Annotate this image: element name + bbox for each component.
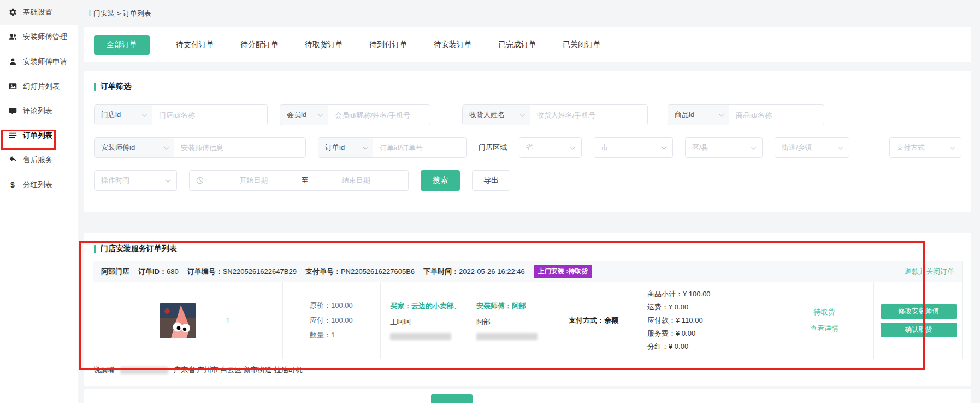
tab-pending-assign[interactable]: 待分配订单 [240,40,279,50]
user-icon [8,57,17,66]
receiver-name-select[interactable]: 收货人姓名 [463,105,530,125]
city-select[interactable]: 市 [594,137,673,158]
tab-all-orders[interactable]: 全部订单 [94,35,150,55]
product-id-select[interactable]: 商品id [668,105,729,125]
order-cell-price: 原价：100.00 应付：100.00 数量：1 [282,282,380,359]
redacted-address-phone [120,367,168,374]
sidebar-item-installer-apply[interactable]: 安装师傅申请 [0,49,78,74]
district-select[interactable]: 区/县 [685,137,763,158]
amount-service-fee: 服务费：¥ 0.00 [647,329,775,338]
filter-panel: 订单筛选 门店id 会员id 收货人姓名 商品id [84,71,971,212]
price-payable: 应付：100.00 [310,316,380,325]
order-table: 1 原价：100.00 应付：100.00 数量：1 买家：云边的小卖部、 王呵… [93,282,962,359]
amount-dividend: 分红：¥ 0.00 [647,342,775,352]
sidebar-item-comments[interactable]: 评论列表 [0,98,78,123]
breadcrumb-separator: > [117,9,121,17]
export-button[interactable]: 导出 [472,170,510,191]
chevron-down-icon [164,144,169,149]
clock-icon [196,177,204,184]
filter-title: 订单筛选 [84,71,971,91]
order-list-title-text: 门店安装服务订单列表 [101,244,177,254]
order-cell-product: 1 [93,282,282,359]
tab-pending-cod[interactable]: 待到付订单 [369,40,408,50]
installer-info-input[interactable] [174,138,305,157]
sidebar-item-label: 基础设置 [23,8,52,17]
chevron-down-icon [363,144,368,149]
address-text: 广东省 广州市 白云区 新市街道 拉油司机 [174,365,302,375]
store-id-input[interactable] [152,105,267,125]
tab-pending-pickup[interactable]: 待取货订单 [305,40,343,50]
region-label: 门店区域 [479,143,507,153]
sidebar-item-dividend[interactable]: $ 分红列表 [0,172,78,197]
bottom-partial-button[interactable] [431,394,473,403]
pay-method-select[interactable]: 支付方式 [889,137,961,158]
filter-installer-field: 安装师傅id [94,137,306,158]
sidebar: 基础设置 安装师傅管理 安装师傅申请 幻灯片列表 评论列表 订单列表 售后服务 … [0,0,78,403]
refund-close-link[interactable]: 退款并关闭订单 [905,267,954,277]
order-time: 下单时间：2022-05-26 16:22:46 [423,267,525,277]
tab-closed[interactable]: 已关闭订单 [563,40,601,50]
order-cell-amounts: 商品小计：¥ 100.00 运费：¥ 0.00 应付款：¥ 110.00 服务费… [636,282,775,359]
pay-sn: 支付单号：PN22052616227605B6 [305,267,415,277]
confirm-pickup-button[interactable]: 确认取货 [881,323,957,337]
order-sn: 订单编号：SN2205261622647B29 [187,267,297,277]
date-end-input[interactable]: 结束日期 [311,176,402,185]
sidebar-item-label: 安装师傅申请 [23,57,67,67]
chevron-down-icon [520,111,526,116]
modify-installer-button[interactable]: 修改安装师傅 [881,304,957,319]
street-select[interactable]: 街道/乡镇 [775,137,849,158]
date-start-input[interactable]: 开始日期 [208,176,299,185]
member-id-select[interactable]: 会员id [280,105,328,125]
status-link[interactable]: 待取货 [814,307,835,317]
product-image[interactable] [160,303,196,338]
order-id: 订单ID：680 [138,267,179,277]
order-cell-status: 待取货 查看详情 [775,282,873,359]
sidebar-item-label: 安装师傅管理 [23,32,67,42]
green-bar-icon [94,245,96,253]
province-select[interactable]: 省 [519,137,582,158]
tab-pending-install[interactable]: 待安装订单 [434,40,472,50]
sidebar-item-order-list[interactable]: 订单列表 [0,123,78,148]
dollar-icon: $ [8,180,17,189]
sidebar-item-slides[interactable]: 幻灯片列表 [0,74,78,98]
store-name: 阿部门店 [101,267,129,277]
product-qty: 1 [226,317,229,325]
sidebar-item-label: 分红列表 [23,180,52,190]
operate-time-select[interactable]: 操作时间 [94,170,177,191]
sidebar-item-basic-settings[interactable]: 基础设置 [0,0,78,25]
order-cell-installer: 安装师傅：阿部 阿部 [467,282,551,359]
store-id-select[interactable]: 门店id [95,105,152,125]
tab-completed[interactable]: 已完成订单 [498,40,536,50]
aftersale-reply-icon [8,156,17,164]
buyer-label: 买家：云边的小卖部、 [390,301,467,311]
filter-store-field: 门店id [94,104,268,125]
breadcrumb-current: 订单列表 [123,9,151,17]
member-id-input[interactable] [328,105,430,125]
sidebar-item-aftersale[interactable]: 售后服务 [0,148,78,172]
sidebar-item-installer-management[interactable]: 安装师傅管理 [0,25,78,49]
payment-method: 支付方式：余额 [569,316,618,325]
view-detail-link[interactable]: 查看详情 [810,324,839,334]
order-status-tabs: 全部订单 待支付订单 待分配订单 待取货订单 待到付订单 待安装订单 已完成订单… [84,27,971,62]
receiver-name-input[interactable] [530,105,647,125]
green-bar-icon [94,83,96,91]
order-id-input[interactable] [373,138,466,157]
order-id-select[interactable]: 订单id [318,138,373,157]
chevron-down-icon [318,111,323,116]
chevron-down-icon [662,144,667,149]
amount-payable: 应付款：¥ 110.00 [647,316,775,325]
sidebar-item-label: 售后服务 [23,155,52,165]
order-cell-payment: 支付方式：余额 [551,282,636,359]
chevron-down-icon [719,111,724,116]
search-button[interactable]: 搜索 [421,170,460,191]
gear-icon [8,8,17,16]
order-row: 阿部门店 订单ID：680 订单编号：SN2205261622647B29 支付… [93,261,963,359]
installer-id-select[interactable]: 安装师傅id [95,138,174,157]
tab-pending-payment[interactable]: 待支付订单 [176,40,214,50]
date-range-picker[interactable]: 开始日期 至 结束日期 [189,170,409,191]
order-list-panel: 门店安装服务订单列表 阿部门店 订单ID：680 订单编号：SN22052616… [84,233,971,386]
price-qty: 数量：1 [310,330,380,340]
breadcrumb-parent[interactable]: 上门安装 [86,9,115,17]
product-id-input[interactable] [729,105,824,125]
filter-member-field: 会员id [280,104,430,125]
